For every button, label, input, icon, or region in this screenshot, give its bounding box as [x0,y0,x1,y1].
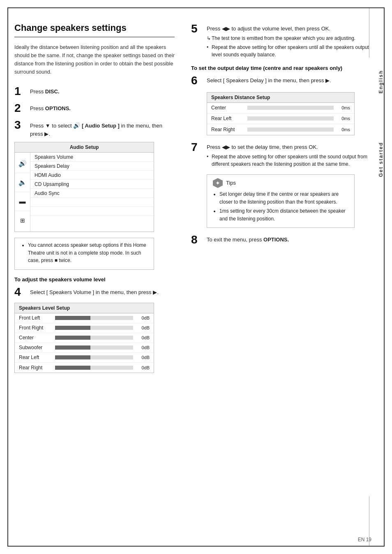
distance-header: Speakers Distance Setup [207,93,354,103]
audio-setup-rows: Speakers Volume Speakers Delay HDMI Audi… [30,153,154,232]
step-5-bullet-1: The test tone is emitted from the speake… [207,35,369,42]
page-number: EN 19 [358,537,371,542]
tips-label: Tips [226,179,236,187]
step-2-number: 2 [14,102,30,115]
tips-box: ✦ Tips Set longer delay time if the cent… [207,174,355,228]
distance-value-center: 0ms [337,105,350,110]
section-heading-delay: To set the output delay time (centre and… [191,65,369,71]
audio-setup-table: Audio Setup 🔊 🔈 ▬ ⊞ [14,142,154,232]
level-row-front-right: Front Right 0dB [15,323,154,333]
step-5-bullet-2: Repeat the above setting for other speak… [207,44,369,59]
step-6: 6 Select [ Speakers Delay ] in the menu,… [191,74,369,87]
step-5-text: Press ◀▶ to adjust the volume level, the… [207,23,369,60]
step-1-text: Press DISC. [30,85,60,96]
step-7-bullets: Repeat the above setting for other speak… [207,153,369,168]
audio-setup-header: Audio Setup [15,142,154,153]
bar-front-left [55,316,133,320]
distance-value-rear-left: 0ms [337,116,350,121]
audio-setup-icons: 🔊 🔈 ▬ ⊞ [15,153,30,232]
step-5-main: Press ◀▶ to adjust the volume level, the… [207,25,330,32]
step-7-text: Press ◀▶ to set the delay time, then pre… [207,141,369,169]
page-title: Change speakers settings [14,23,175,37]
tips-header: ✦ Tips [213,178,348,188]
english-side-label: English [378,70,384,93]
step-3-text: Press ▼ to select 🔊 [ Audio Setup ] in t… [30,119,175,138]
distance-bar-rear-right [247,127,334,132]
step-8: 8 To exit the menu, press OPTIONS. [191,234,369,246]
level-row-rear-right: Rear Right 0dB [15,363,154,373]
note-box: You cannot access speaker setup options … [14,238,154,270]
step-1-number: 1 [14,85,30,98]
setup-row-speakers-delay: Speakers Delay [30,162,154,171]
right-column: 5 Press ◀▶ to adjust the volume level, t… [187,23,369,377]
step-7: 7 Press ◀▶ to set the delay time, then p… [191,141,369,169]
label-front-left: Front Left [19,315,52,321]
audio-setup-body: 🔊 🔈 ▬ ⊞ Speakers Volume Speakers Delay [15,153,154,232]
distance-row-rear-right: Rear Right 0ms [207,124,354,135]
page-border-right [384,7,385,547]
section-heading-volume: To adjust the speakers volume level [14,276,175,283]
value-subwoofer: 0dB [136,345,150,350]
step-6-text: Select [ Speakers Delay ] in the menu, t… [207,74,331,85]
icon-speakers: 🔊 [15,154,30,173]
step-1-bold: DISC. [45,88,60,95]
step-4-number: 4 [14,286,30,299]
distance-label-rear-left: Rear Left [211,116,244,121]
audio-icon-2: 🔈 [18,178,27,186]
setup-row-audio-sync: Audio Sync [30,189,154,198]
setup-row-spacer-2 [30,207,154,216]
distance-bar-center [247,106,334,110]
setup-row-hdmi-audio: HDMI Audio [30,171,154,180]
level-row-center: Center 0dB [15,333,154,343]
audio-icon: 🔊 [73,122,80,129]
level-row-front-left: Front Left 0dB [15,313,154,323]
label-rear-left: Rear Left [19,355,52,360]
bar-center [55,336,133,340]
grid-icon: ⊞ [20,217,25,224]
label-center: Center [19,335,52,341]
monitor-icon: ▬ [19,198,26,205]
distance-label-center: Center [211,105,244,111]
label-rear-right: Rear Right [19,365,52,371]
value-front-right: 0dB [136,325,150,330]
setup-row-spacer-3 [30,216,154,225]
step-8-text: To exit the menu, press OPTIONS. [207,234,289,244]
bar-front-right [55,326,133,330]
distance-value-rear-right: 0ms [337,127,350,132]
label-front-right: Front Right [19,325,52,331]
step-2-bold: OPTIONS. [45,105,71,111]
tips-list: Set longer delay time if the centre or r… [213,190,348,223]
step-7-number: 7 [191,141,207,154]
bar-rear-right [55,366,133,370]
distance-label-rear-right: Rear Right [211,127,244,132]
speakers-distance-table: Speakers Distance Setup Center 0ms Rear … [207,92,355,135]
step-5-bullets: The test tone is emitted from the speake… [207,35,369,59]
page-border-left [7,7,8,547]
speakers-level-table: Speakers Level Setup Front Left 0dB Fron… [14,303,154,373]
page-border-top [7,7,385,8]
bar-rear-left [55,355,133,359]
distance-bar-rear-left [247,116,334,121]
label-subwoofer: Subwoofer [19,345,52,350]
value-rear-left: 0dB [136,355,150,360]
step-2-text: Press OPTIONS. [30,102,71,113]
step-4-text: Select [ Speakers Volume ] in the menu, … [30,286,159,297]
tip-1: Set longer delay time if the centre or r… [219,190,348,206]
step-8-main: To exit the menu, press [207,236,263,243]
note-text: You cannot access speaker setup options … [28,241,148,264]
setup-row-spacer-1 [30,198,154,207]
level-row-rear-left: Rear Left 0dB [15,353,154,363]
step-5-number: 5 [191,23,207,35]
step-5: 5 Press ◀▶ to adjust the volume level, t… [191,23,369,60]
get-started-side-label: Get started [378,142,384,177]
step-6-number: 6 [191,74,207,87]
value-front-left: 0dB [136,315,150,320]
tips-icon: ✦ [213,178,223,188]
step-3-number: 3 [14,119,30,132]
page-border-bottom [7,546,385,547]
distance-row-rear-left: Rear Left 0ms [207,114,354,124]
icon-extra: ⊞ [15,211,30,230]
step-1: 1 Press DISC. [14,85,175,98]
bar-subwoofer [55,345,133,350]
intro-text: Ideally the distance between listening p… [14,43,175,76]
